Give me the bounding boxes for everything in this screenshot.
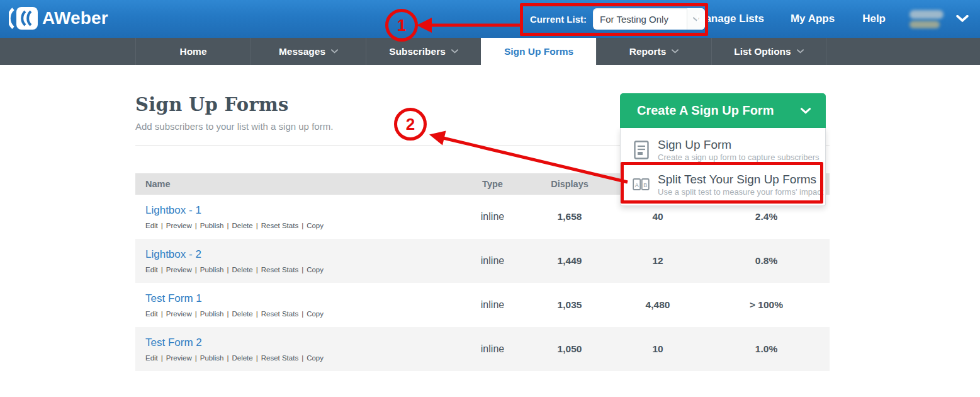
chevron-down-icon — [672, 49, 679, 54]
nav-tab-label: Home — [179, 46, 206, 57]
user-name-redacted — [910, 10, 946, 28]
copy-link[interactable]: Copy — [298, 354, 324, 362]
menu-item-sign-up-form[interactable]: Sign Up Form Create a sign up form to ca… — [621, 132, 825, 167]
type-cell: inline — [444, 255, 541, 267]
svg-text:A: A — [635, 181, 639, 188]
create-form-dropdown-menu: Sign Up Form Create a sign up form to ca… — [620, 128, 826, 206]
current-list-value: For Testing Only — [593, 14, 687, 25]
row-actions: EditPreviewPublishDeleteReset StatsCopy — [145, 354, 444, 362]
nav-tab-label: Subscribers — [389, 46, 446, 57]
edit-link[interactable]: Edit — [145, 266, 158, 273]
delete-link[interactable]: Delete — [223, 354, 252, 362]
user-name-blur-line — [910, 10, 943, 19]
reset-stats-link[interactable]: Reset Stats — [253, 310, 298, 318]
copy-link[interactable]: Copy — [298, 222, 324, 229]
create-sign-up-form-button[interactable]: Create A Sign Up Form — [620, 93, 826, 128]
column-header-type: Type — [444, 179, 541, 189]
aweber-logo[interactable]: AWeber — [9, 7, 108, 30]
user-name-blur-line — [910, 21, 940, 28]
edit-link[interactable]: Edit — [145, 222, 158, 229]
nav-tab-label: Reports — [629, 46, 667, 57]
edit-link[interactable]: Edit — [145, 310, 158, 318]
preview-link[interactable]: Preview — [158, 222, 192, 229]
publish-link[interactable]: Publish — [192, 310, 224, 318]
nav-tabs: Home Messages Subscribers Sign Up Forms … — [135, 38, 826, 65]
user-menu-button[interactable] — [956, 13, 969, 25]
page-title: Sign Up Forms — [135, 94, 980, 115]
my-apps-link[interactable]: My Apps — [791, 13, 835, 25]
chevron-down-icon — [797, 49, 804, 54]
reset-stats-link[interactable]: Reset Stats — [253, 354, 298, 362]
chevron-down-icon — [331, 49, 338, 54]
current-list-label: Current List: — [530, 14, 587, 25]
subscribers-cell: 10 — [598, 343, 718, 355]
subscribers-cell: 40 — [598, 211, 718, 222]
nav-tab-reports[interactable]: Reports — [596, 38, 711, 65]
form-icon — [633, 141, 650, 159]
nav-tab-label: Sign Up Forms — [504, 46, 573, 57]
row-actions: EditPreviewPublishDeleteReset StatsCopy — [145, 266, 444, 273]
nav-tab-sign-up-forms[interactable]: Sign Up Forms — [481, 38, 596, 65]
form-name-link[interactable]: Lightbox - 1 — [145, 204, 444, 217]
preview-link[interactable]: Preview — [158, 310, 192, 318]
copy-link[interactable]: Copy — [298, 266, 324, 273]
subscribers-cell: 4,480 — [598, 299, 718, 311]
row-actions: EditPreviewPublishDeleteReset StatsCopy — [145, 222, 444, 229]
menu-item-split-test[interactable]: A B Split Test Your Sign Up Forms Use a … — [621, 167, 825, 202]
form-name-link[interactable]: Lightbox - 2 — [145, 248, 444, 261]
help-link[interactable]: Help — [862, 13, 886, 25]
top-header: AWeber Current List: For Testing Only Ma… — [0, 0, 980, 38]
manage-lists-link[interactable]: Manage Lists — [696, 13, 764, 25]
table-row: Test Form 2 EditPreviewPublishDeleteRese… — [135, 327, 830, 371]
table-row: Lightbox - 2 EditPreviewPublishDeleteRes… — [135, 239, 830, 283]
current-list-select[interactable]: For Testing Only — [593, 8, 705, 30]
nav-tab-home[interactable]: Home — [135, 38, 251, 65]
aweber-logo-icon — [9, 7, 38, 30]
chevron-down-icon — [451, 49, 458, 54]
nav-tab-messages[interactable]: Messages — [251, 38, 366, 65]
subscribers-cell: 12 — [598, 255, 718, 267]
ab-split-icon: A B — [633, 177, 650, 192]
delete-link[interactable]: Delete — [223, 222, 252, 229]
reset-stats-link[interactable]: Reset Stats — [253, 266, 298, 273]
table-row: Test Form 1 EditPreviewPublishDeleteRese… — [135, 283, 830, 327]
type-cell: inline — [444, 343, 541, 355]
current-list-group: Current List: For Testing Only — [530, 8, 705, 30]
rate-cell: 2.4% — [718, 211, 815, 222]
copy-link[interactable]: Copy — [298, 310, 324, 318]
menu-item-title: Sign Up Form — [658, 138, 819, 152]
header-right-menu: Manage Lists My Apps Help — [696, 0, 980, 38]
rate-cell: 0.8% — [718, 255, 815, 267]
main-nav: Home Messages Subscribers Sign Up Forms … — [0, 38, 980, 65]
displays-cell: 1,035 — [541, 299, 598, 311]
edit-link[interactable]: Edit — [145, 354, 158, 362]
menu-item-subtitle: Use a split test to measure your forms' … — [658, 187, 823, 197]
column-header-displays: Displays — [541, 179, 598, 189]
nav-tab-subscribers[interactable]: Subscribers — [366, 38, 481, 65]
delete-link[interactable]: Delete — [223, 310, 252, 318]
brand-name: AWeber — [42, 8, 108, 28]
publish-link[interactable]: Publish — [192, 354, 224, 362]
main-content: Sign Up Forms Add subscribers to your li… — [0, 94, 980, 371]
page-subtitle: Add subscribers to your list with a sign… — [135, 121, 980, 132]
menu-item-title: Split Test Your Sign Up Forms — [658, 173, 823, 187]
nav-tab-label: List Options — [734, 46, 791, 57]
chevron-down-icon — [801, 108, 811, 114]
nav-tab-label: Messages — [279, 46, 325, 57]
rate-cell: 1.0% — [718, 343, 815, 355]
publish-link[interactable]: Publish — [192, 222, 224, 229]
form-name-link[interactable]: Test Form 1 — [145, 292, 444, 305]
delete-link[interactable]: Delete — [223, 266, 252, 273]
row-actions: EditPreviewPublishDeleteReset StatsCopy — [145, 310, 444, 318]
type-cell: inline — [444, 299, 541, 311]
form-name-link[interactable]: Test Form 2 — [145, 337, 444, 349]
type-cell: inline — [444, 211, 541, 222]
publish-link[interactable]: Publish — [192, 266, 224, 273]
displays-cell: 1,658 — [541, 211, 598, 222]
preview-link[interactable]: Preview — [158, 266, 192, 273]
displays-cell: 1,449 — [541, 255, 598, 267]
menu-item-subtitle: Create a sign up form to capture subscri… — [658, 152, 819, 162]
nav-tab-list-options[interactable]: List Options — [711, 38, 826, 65]
preview-link[interactable]: Preview — [158, 354, 192, 362]
reset-stats-link[interactable]: Reset Stats — [253, 222, 298, 229]
